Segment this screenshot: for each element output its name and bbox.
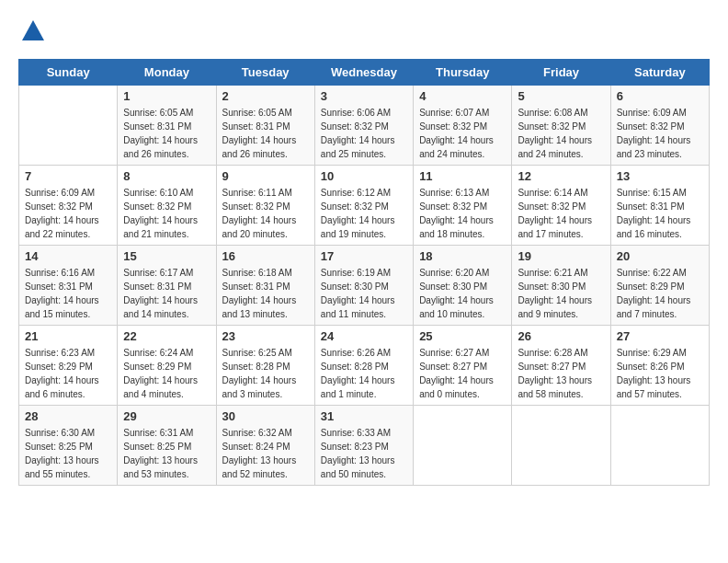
calendar-cell: 23Sunrise: 6:25 AM Sunset: 8:28 PM Dayli… — [216, 326, 314, 406]
day-number: 4 — [419, 89, 506, 103]
day-number: 20 — [617, 249, 703, 263]
calendar-cell: 1Sunrise: 6:05 AM Sunset: 8:31 PM Daylig… — [118, 86, 216, 166]
calendar-cell: 20Sunrise: 6:22 AM Sunset: 8:29 PM Dayli… — [610, 246, 709, 326]
day-info: Sunrise: 6:19 AM Sunset: 8:30 PM Dayligh… — [321, 266, 407, 321]
calendar-cell — [512, 406, 610, 486]
day-info: Sunrise: 6:27 AM Sunset: 8:27 PM Dayligh… — [419, 346, 506, 401]
day-info: Sunrise: 6:10 AM Sunset: 8:32 PM Dayligh… — [123, 186, 210, 241]
day-number: 28 — [25, 409, 111, 423]
calendar-cell: 30Sunrise: 6:32 AM Sunset: 8:24 PM Dayli… — [216, 406, 314, 486]
calendar-cell: 16Sunrise: 6:18 AM Sunset: 8:31 PM Dayli… — [216, 246, 314, 326]
day-info: Sunrise: 6:23 AM Sunset: 8:29 PM Dayligh… — [25, 346, 111, 401]
header-monday: Monday — [118, 60, 216, 86]
day-info: Sunrise: 6:09 AM Sunset: 8:32 PM Dayligh… — [25, 186, 111, 241]
header-thursday: Thursday — [414, 60, 512, 86]
calendar-cell: 11Sunrise: 6:13 AM Sunset: 8:32 PM Dayli… — [414, 166, 512, 246]
calendar-cell: 14Sunrise: 6:16 AM Sunset: 8:31 PM Dayli… — [19, 246, 118, 326]
day-number: 27 — [617, 329, 703, 343]
page-header — [18, 18, 710, 44]
calendar-cell: 18Sunrise: 6:20 AM Sunset: 8:30 PM Dayli… — [414, 246, 512, 326]
day-number: 19 — [518, 249, 604, 263]
calendar-cell: 12Sunrise: 6:14 AM Sunset: 8:32 PM Dayli… — [512, 166, 610, 246]
day-number: 5 — [518, 89, 604, 103]
day-number: 24 — [321, 329, 407, 343]
day-number: 30 — [222, 409, 309, 423]
day-number: 7 — [25, 169, 111, 183]
day-info: Sunrise: 6:33 AM Sunset: 8:23 PM Dayligh… — [321, 426, 407, 481]
day-info: Sunrise: 6:07 AM Sunset: 8:32 PM Dayligh… — [419, 106, 506, 161]
day-number: 12 — [518, 169, 604, 183]
calendar-cell: 9Sunrise: 6:11 AM Sunset: 8:32 PM Daylig… — [216, 166, 314, 246]
day-number: 22 — [123, 329, 210, 343]
day-info: Sunrise: 6:16 AM Sunset: 8:31 PM Dayligh… — [25, 266, 111, 321]
calendar-cell: 5Sunrise: 6:08 AM Sunset: 8:32 PM Daylig… — [512, 86, 610, 166]
calendar-cell: 13Sunrise: 6:15 AM Sunset: 8:31 PM Dayli… — [610, 166, 709, 246]
day-info: Sunrise: 6:28 AM Sunset: 8:27 PM Dayligh… — [518, 346, 604, 401]
day-info: Sunrise: 6:24 AM Sunset: 8:29 PM Dayligh… — [123, 346, 210, 401]
calendar-cell: 17Sunrise: 6:19 AM Sunset: 8:30 PM Dayli… — [314, 246, 413, 326]
calendar-cell: 7Sunrise: 6:09 AM Sunset: 8:32 PM Daylig… — [19, 166, 118, 246]
day-info: Sunrise: 6:15 AM Sunset: 8:31 PM Dayligh… — [617, 186, 703, 241]
calendar-cell: 4Sunrise: 6:07 AM Sunset: 8:32 PM Daylig… — [414, 86, 512, 166]
header-friday: Friday — [512, 60, 610, 86]
day-number: 17 — [321, 249, 407, 263]
day-info: Sunrise: 6:31 AM Sunset: 8:25 PM Dayligh… — [123, 426, 210, 481]
day-number: 10 — [321, 169, 407, 183]
svg-marker-0 — [22, 20, 44, 40]
day-info: Sunrise: 6:20 AM Sunset: 8:30 PM Dayligh… — [419, 266, 506, 321]
day-number: 15 — [123, 249, 210, 263]
day-info: Sunrise: 6:30 AM Sunset: 8:25 PM Dayligh… — [25, 426, 111, 481]
day-number: 18 — [419, 249, 506, 263]
day-info: Sunrise: 6:08 AM Sunset: 8:32 PM Dayligh… — [518, 106, 604, 161]
calendar-cell: 24Sunrise: 6:26 AM Sunset: 8:28 PM Dayli… — [314, 326, 413, 406]
day-info: Sunrise: 6:21 AM Sunset: 8:30 PM Dayligh… — [518, 266, 604, 321]
day-info: Sunrise: 6:13 AM Sunset: 8:32 PM Dayligh… — [419, 186, 506, 241]
day-number: 25 — [419, 329, 506, 343]
header-sunday: Sunday — [19, 60, 118, 86]
calendar-cell: 2Sunrise: 6:05 AM Sunset: 8:31 PM Daylig… — [216, 86, 314, 166]
day-info: Sunrise: 6:25 AM Sunset: 8:28 PM Dayligh… — [222, 346, 309, 401]
week-row-2: 7Sunrise: 6:09 AM Sunset: 8:32 PM Daylig… — [19, 166, 710, 246]
header-tuesday: Tuesday — [216, 60, 314, 86]
calendar-table: SundayMondayTuesdayWednesdayThursdayFrid… — [18, 59, 710, 486]
day-info: Sunrise: 6:22 AM Sunset: 8:29 PM Dayligh… — [617, 266, 703, 321]
day-number: 2 — [222, 89, 309, 103]
logo — [18, 18, 46, 44]
calendar-cell: 3Sunrise: 6:06 AM Sunset: 8:32 PM Daylig… — [314, 86, 413, 166]
calendar-cell: 27Sunrise: 6:29 AM Sunset: 8:26 PM Dayli… — [610, 326, 709, 406]
day-info: Sunrise: 6:26 AM Sunset: 8:28 PM Dayligh… — [321, 346, 407, 401]
week-row-1: 1Sunrise: 6:05 AM Sunset: 8:31 PM Daylig… — [19, 86, 710, 166]
day-info: Sunrise: 6:29 AM Sunset: 8:26 PM Dayligh… — [617, 346, 703, 401]
calendar-cell: 10Sunrise: 6:12 AM Sunset: 8:32 PM Dayli… — [314, 166, 413, 246]
day-info: Sunrise: 6:05 AM Sunset: 8:31 PM Dayligh… — [123, 106, 210, 161]
week-row-4: 21Sunrise: 6:23 AM Sunset: 8:29 PM Dayli… — [19, 326, 710, 406]
week-row-3: 14Sunrise: 6:16 AM Sunset: 8:31 PM Dayli… — [19, 246, 710, 326]
day-number: 31 — [321, 409, 407, 423]
day-number: 23 — [222, 329, 309, 343]
day-info: Sunrise: 6:32 AM Sunset: 8:24 PM Dayligh… — [222, 426, 309, 481]
day-number: 9 — [222, 169, 309, 183]
calendar-cell: 8Sunrise: 6:10 AM Sunset: 8:32 PM Daylig… — [118, 166, 216, 246]
day-number: 21 — [25, 329, 111, 343]
calendar-cell: 19Sunrise: 6:21 AM Sunset: 8:30 PM Dayli… — [512, 246, 610, 326]
day-number: 16 — [222, 249, 309, 263]
day-number: 3 — [321, 89, 407, 103]
calendar-cell: 31Sunrise: 6:33 AM Sunset: 8:23 PM Dayli… — [314, 406, 413, 486]
day-info: Sunrise: 6:09 AM Sunset: 8:32 PM Dayligh… — [617, 106, 703, 161]
logo-icon — [20, 18, 46, 44]
day-number: 26 — [518, 329, 604, 343]
calendar-cell: 26Sunrise: 6:28 AM Sunset: 8:27 PM Dayli… — [512, 326, 610, 406]
day-info: Sunrise: 6:05 AM Sunset: 8:31 PM Dayligh… — [222, 106, 309, 161]
calendar-cell: 29Sunrise: 6:31 AM Sunset: 8:25 PM Dayli… — [118, 406, 216, 486]
calendar-cell: 22Sunrise: 6:24 AM Sunset: 8:29 PM Dayli… — [118, 326, 216, 406]
day-info: Sunrise: 6:06 AM Sunset: 8:32 PM Dayligh… — [321, 106, 407, 161]
week-row-5: 28Sunrise: 6:30 AM Sunset: 8:25 PM Dayli… — [19, 406, 710, 486]
header-wednesday: Wednesday — [314, 60, 413, 86]
day-number: 29 — [123, 409, 210, 423]
day-info: Sunrise: 6:18 AM Sunset: 8:31 PM Dayligh… — [222, 266, 309, 321]
calendar-cell: 28Sunrise: 6:30 AM Sunset: 8:25 PM Dayli… — [19, 406, 118, 486]
day-info: Sunrise: 6:14 AM Sunset: 8:32 PM Dayligh… — [518, 186, 604, 241]
day-number: 13 — [617, 169, 703, 183]
calendar-cell: 15Sunrise: 6:17 AM Sunset: 8:31 PM Dayli… — [118, 246, 216, 326]
header-saturday: Saturday — [610, 60, 709, 86]
